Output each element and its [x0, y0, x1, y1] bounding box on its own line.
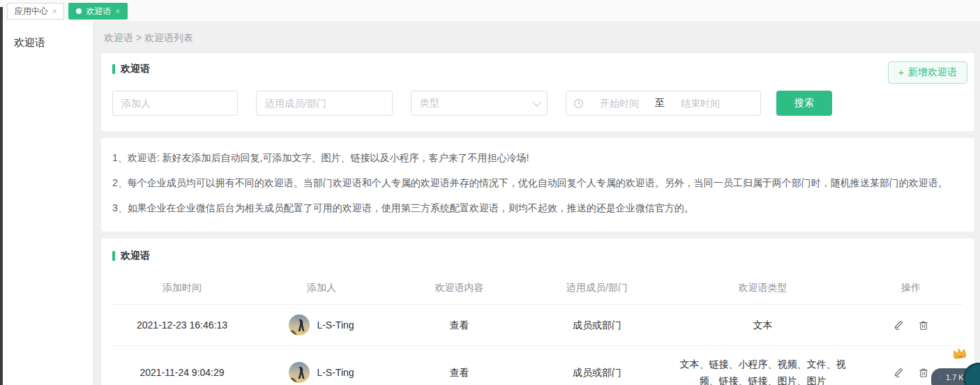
close-icon[interactable]: ×	[52, 8, 56, 15]
close-icon[interactable]: ×	[115, 8, 119, 15]
floating-ball[interactable]	[963, 363, 980, 385]
note-line: 2、每个企业成员均可以拥有不同的欢迎语。当部门欢迎语和个人专属的欢迎语并存的情况…	[112, 170, 963, 195]
delete-icon[interactable]	[918, 319, 929, 331]
type-select-placeholder: 类型	[420, 97, 439, 110]
cell-add-time: 2021-11-24 9:04:29	[112, 346, 252, 385]
cell-scope: 成员或部门	[527, 305, 667, 346]
col-content: 欢迎语内容	[391, 273, 527, 305]
start-time-input[interactable]	[589, 98, 649, 109]
member-department-input[interactable]	[256, 91, 393, 116]
section-title-text: 欢迎语	[121, 63, 150, 75]
col-add-time: 添加时间	[112, 273, 252, 305]
view-content-link[interactable]: 查看	[450, 319, 469, 331]
adder-name: L-S-Ting	[317, 364, 354, 381]
sidebar: 欢迎语	[0, 21, 93, 385]
col-type: 欢迎语类型	[667, 273, 859, 305]
note-line: 3、如果企业在企业微信后台为相关成员配置了可用的欢迎语，使用第三方系统配置欢迎语…	[112, 195, 963, 220]
edit-icon[interactable]	[893, 367, 904, 378]
to-label: 至	[655, 97, 665, 110]
add-button-label: 新增欢迎语	[908, 66, 957, 79]
chevron-down-icon	[532, 98, 541, 107]
notes-card: 1、欢迎语: 新好友添加后自动回复,可添加文字、图片、链接以及小程序，客户来了不…	[101, 138, 974, 232]
adder-input[interactable]	[112, 91, 238, 116]
window-edge	[0, 7, 3, 385]
cell-add-time: 2021-12-23 16:46:13	[112, 305, 252, 346]
edit-icon[interactable]	[893, 319, 904, 331]
vip-label: VIP	[958, 355, 963, 359]
sidebar-item-welcome-message[interactable]: 欢迎语	[14, 36, 93, 50]
title-accent-bar	[112, 64, 115, 74]
app-window: 应用中心 × 欢迎语 × 欢迎语 欢迎语 > 欢迎语列表 欢迎语 + 新增欢迎语	[0, 0, 980, 385]
tab-label: 欢迎语	[86, 6, 111, 17]
col-operation: 操作	[859, 273, 963, 305]
col-adder: 添加人	[252, 273, 391, 305]
table-row: 2021-11-24 9:04:29 L-S-Ting	[112, 346, 963, 385]
cell-type: 文本	[667, 305, 859, 346]
cell-type: 文本、链接、小程序、视频、文件、视频、链接、链接、图片、图片	[667, 346, 859, 385]
view-content-link[interactable]: 查看	[450, 367, 469, 378]
network-speed-widget[interactable]: VIP ↑ 1.7 K/s	[924, 349, 980, 385]
clock-icon	[573, 98, 584, 109]
tab-welcome-message[interactable]: 欢迎语 ×	[68, 3, 127, 20]
table-header-row: 添加时间 添加人 欢迎语内容 适用成员/部门 欢迎语类型 操作	[112, 273, 963, 305]
section-title: 欢迎语	[112, 63, 963, 75]
title-accent-bar	[112, 251, 115, 261]
table-card: 欢迎语 添加时间 添加人 欢迎语内容 适用成员/部门 欢迎语类型 操作	[101, 239, 974, 385]
note-line: 1、欢迎语: 新好友添加后自动回复,可添加文字、图片、链接以及小程序，客户来了不…	[112, 145, 963, 170]
table-row: 2021-12-23 16:46:13	[112, 305, 963, 346]
search-button[interactable]: 搜索	[776, 91, 832, 116]
section-title-text: 欢迎语	[121, 250, 150, 262]
end-time-input[interactable]	[670, 98, 730, 109]
cell-scope: 成员或部门	[527, 346, 667, 385]
plus-icon: +	[898, 67, 904, 78]
section-title: 欢迎语	[112, 250, 963, 262]
breadcrumb: 欢迎语 > 欢迎语列表	[101, 21, 974, 53]
adder-name: L-S-Ting	[317, 317, 354, 333]
add-welcome-message-button[interactable]: + 新增欢迎语	[888, 61, 967, 84]
main-content: 欢迎语 > 欢迎语列表 欢迎语 + 新增欢迎语 类型	[93, 21, 980, 385]
col-scope: 适用成员/部门	[527, 273, 667, 305]
tab-bar: 应用中心 × 欢迎语 ×	[0, 0, 980, 21]
cell-adder: L-S-Ting	[252, 305, 391, 346]
filter-row: 类型 至 搜索	[112, 91, 963, 116]
avatar	[289, 362, 310, 383]
tab-label: 应用中心	[15, 6, 48, 17]
tab-app-center[interactable]: 应用中心 ×	[7, 3, 64, 20]
vip-crown-icon: VIP	[951, 347, 969, 364]
search-card: 欢迎语 + 新增欢迎语 类型	[101, 53, 974, 131]
date-range-picker[interactable]: 至	[566, 91, 761, 116]
upload-arrow-icon: ↑	[938, 372, 942, 382]
cell-adder: L-S-Ting	[252, 346, 391, 385]
avatar	[289, 315, 310, 335]
type-select[interactable]: 类型	[411, 91, 548, 116]
welcome-message-table: 添加时间 添加人 欢迎语内容 适用成员/部门 欢迎语类型 操作 2021-12-…	[112, 273, 963, 385]
active-dot-icon	[76, 8, 82, 14]
